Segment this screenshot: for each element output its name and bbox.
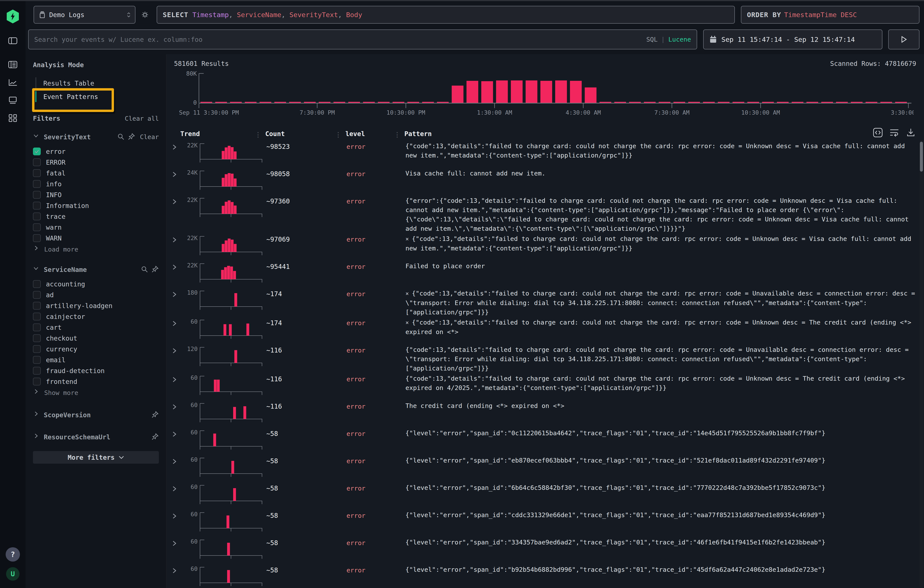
checkbox[interactable] xyxy=(33,378,41,385)
filter-option-error[interactable]: ERROR xyxy=(33,157,159,168)
pattern-text[interactable]: {"code":13,"details":"failed to charge c… xyxy=(404,141,917,160)
menu-item-results-table[interactable]: Results Table xyxy=(33,76,159,90)
scrollbar-thumb[interactable] xyxy=(920,142,923,171)
download-icon[interactable] xyxy=(906,128,916,138)
clear-all-filters-link[interactable]: Clear all xyxy=(125,115,159,122)
row-expander-button[interactable] xyxy=(171,347,180,355)
row-expander-button[interactable] xyxy=(171,171,180,179)
checkbox[interactable] xyxy=(33,212,41,220)
filter-group-header-scopeversion[interactable]: ScopeVersion xyxy=(33,410,159,420)
checkbox[interactable] xyxy=(33,223,41,231)
pin-icon[interactable] xyxy=(152,265,159,273)
column-header-level[interactable]: level⋮ xyxy=(345,130,404,138)
table-row[interactable]: 22K~98523error{"code":13,"details":"fail… xyxy=(171,141,917,168)
nav-sessions-button[interactable] xyxy=(6,94,19,107)
select-clause-editor[interactable]: SELECT Timestamp, ServiceName, SeverityT… xyxy=(157,6,735,24)
column-header-pattern[interactable]: Pattern xyxy=(404,130,917,138)
table-row[interactable]: 60~116error{"code":13,"details":"failed … xyxy=(171,373,917,400)
pattern-text[interactable]: {"error":{"code":13,"details":"failed to… xyxy=(404,195,917,233)
checkbox[interactable] xyxy=(33,323,41,331)
filter-option-info[interactable]: INFO xyxy=(33,189,159,200)
pattern-text[interactable]: ×{"code":13,"details":"failed to charge … xyxy=(404,288,917,317)
filter-group-header-servicename[interactable]: ServiceName xyxy=(33,264,159,275)
table-row[interactable]: 60~58error{"level":"error","span_id":"b9… xyxy=(171,564,917,588)
sidebar-toggle-button[interactable] xyxy=(6,34,19,47)
table-row[interactable]: 60~58error{"level":"error","span_id":"0c… xyxy=(171,428,917,455)
filter-load-more[interactable]: Load more xyxy=(33,244,159,255)
search-icon[interactable] xyxy=(117,133,124,141)
dismiss-x-icon[interactable]: × xyxy=(406,236,409,242)
pattern-text[interactable]: Failed to place order xyxy=(404,261,917,271)
pattern-text[interactable]: {"level":"error","span_id":"334357bae9ed… xyxy=(404,537,917,547)
row-expander-button[interactable] xyxy=(171,376,180,384)
mode-sql[interactable]: SQL xyxy=(646,36,657,43)
filter-option-frontend[interactable]: frontend xyxy=(33,376,159,387)
source-settings-button[interactable] xyxy=(140,10,150,20)
table-row[interactable]: 180~174error×{"code":13,"details":"faile… xyxy=(171,288,917,317)
search-icon[interactable] xyxy=(141,265,148,273)
table-row[interactable]: 120~116error{"code":13,"details":"failed… xyxy=(171,344,917,373)
pattern-text[interactable]: {"code":13,"details":"failed to charge c… xyxy=(404,344,917,373)
checkbox[interactable] xyxy=(33,356,41,364)
table-row[interactable]: 60~116errorThe credit card (ending <*> e… xyxy=(171,400,917,428)
row-expander-button[interactable] xyxy=(171,143,180,152)
filter-group-header-resourceschemaurl[interactable]: ResourceSchemaUrl xyxy=(33,432,159,442)
row-expander-button[interactable] xyxy=(171,458,180,466)
filter-option-warn[interactable]: warn xyxy=(33,222,159,233)
pattern-text[interactable]: {"code":13,"details":"failed to charge c… xyxy=(404,373,917,393)
table-row[interactable]: 22K~95441errorFailed to place order xyxy=(171,261,917,288)
filter-option-currency[interactable]: currency xyxy=(33,344,159,354)
help-button[interactable]: ? xyxy=(6,547,20,562)
pin-icon[interactable] xyxy=(128,133,135,141)
search-input[interactable]: Search your events w/ Lucene ex. column:… xyxy=(28,30,697,49)
nav-chart-explorer-button[interactable] xyxy=(6,76,19,89)
table-row[interactable]: 60~58error{"level":"error","span_id":"33… xyxy=(171,537,917,564)
checkbox[interactable] xyxy=(33,302,41,310)
row-expander-button[interactable] xyxy=(171,485,180,493)
checkbox[interactable] xyxy=(33,169,41,177)
table-row[interactable]: 60~58error{"level":"error","span_id":"6b… xyxy=(171,482,917,510)
filter-show-more[interactable]: Show more xyxy=(33,387,159,398)
run-query-button[interactable] xyxy=(888,30,919,49)
avatar[interactable]: U xyxy=(6,567,20,581)
row-expander-button[interactable] xyxy=(171,320,180,328)
pattern-text[interactable]: {"level":"error","span_id":"0c11220615ba… xyxy=(404,428,917,438)
pin-icon[interactable] xyxy=(152,411,159,419)
dismiss-x-icon[interactable]: × xyxy=(406,320,409,326)
table-row[interactable]: 22K~97360error{"error":{"code":13,"detai… xyxy=(171,195,917,233)
table-row[interactable]: 60~58error{"level":"error","span_id":"cd… xyxy=(171,510,917,537)
column-grip-icon[interactable]: ⋮ xyxy=(394,131,401,138)
app-logo-icon[interactable] xyxy=(7,10,19,23)
nav-dashboards-button[interactable] xyxy=(6,111,19,124)
column-grip-icon[interactable]: ⋮ xyxy=(335,131,342,138)
nav-search-logs-button[interactable] xyxy=(6,58,19,71)
results-histogram[interactable]: Sep 11 3:30:00 PM7:30:00 PM10:30:00 PM1:… xyxy=(171,70,919,120)
filter-option-warn[interactable]: WARN xyxy=(33,233,159,244)
source-select[interactable]: Demo Logs xyxy=(34,6,135,24)
pattern-text[interactable]: {"level":"error","span_id":"cddc331329e6… xyxy=(404,510,917,520)
filter-option-information[interactable]: Information xyxy=(33,200,159,211)
row-expander-button[interactable] xyxy=(171,431,180,438)
filter-option-cart[interactable]: cart xyxy=(33,322,159,333)
column-grip-icon[interactable]: ⋮ xyxy=(255,131,261,138)
filter-option-checkout[interactable]: checkout xyxy=(33,333,159,344)
pattern-text[interactable]: {"level":"error","span_id":"b92b54b6882b… xyxy=(404,564,917,574)
pattern-text[interactable]: {"level":"error","span_id":"eb870ecef063… xyxy=(404,455,917,465)
language-toggle[interactable]: SQL | Lucene xyxy=(646,36,691,43)
row-expander-button[interactable] xyxy=(171,512,180,520)
row-expander-button[interactable] xyxy=(171,264,180,272)
menu-item-event-patterns[interactable]: Event Patterns xyxy=(33,90,159,103)
row-expander-button[interactable] xyxy=(171,198,180,206)
filter-option-trace[interactable]: trace xyxy=(33,211,159,222)
checkbox[interactable] xyxy=(33,291,41,299)
filter-option-fraud-detection[interactable]: fraud-detection xyxy=(33,365,159,376)
filter-option-info[interactable]: info xyxy=(33,178,159,189)
checkbox[interactable] xyxy=(33,280,41,288)
row-expander-button[interactable] xyxy=(171,291,180,299)
filter-option-ad[interactable]: ad xyxy=(33,290,159,300)
table-row[interactable]: 22K~97069error×{"code":13,"details":"fai… xyxy=(171,233,917,261)
checkbox[interactable] xyxy=(33,367,41,375)
table-row[interactable]: 24K~98058errorVisa cache full: cannot ad… xyxy=(171,168,917,195)
wrap-text-icon[interactable] xyxy=(889,128,899,138)
pattern-text[interactable]: Visa cache full: cannot add new item. xyxy=(404,168,917,178)
